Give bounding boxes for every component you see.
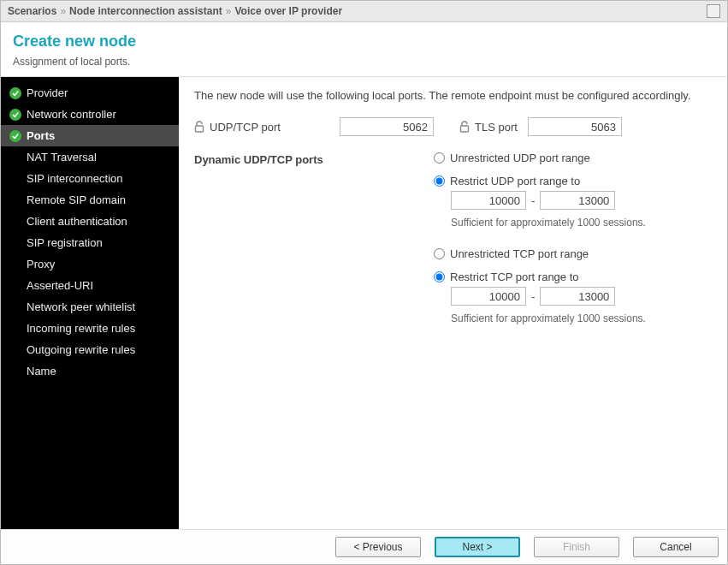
breadcrumb-item: Scenarios — [8, 5, 56, 17]
dynamic-ports-body: Unrestricted UDP port range Restrict UDP… — [434, 152, 712, 343]
udp-restrict-row: Restrict UDP port range to — [434, 175, 712, 187]
udp-unrestricted-label: Unrestricted UDP port range — [450, 152, 590, 164]
sidebar: ProviderNetwork controllerPortsNAT Trave… — [1, 77, 179, 529]
udp-range-row: - — [451, 191, 712, 210]
udp-tcp-port-label: UDP/TCP port — [210, 121, 281, 134]
udp-unrestricted-radio[interactable] — [434, 152, 445, 164]
tcp-restrict-label: Restrict TCP port range to — [450, 271, 579, 283]
main-panel: The new node will use the following loca… — [179, 77, 727, 529]
breadcrumb-item: Voice over IP provider — [234, 5, 342, 17]
breadcrumb-item: Node interconnection assistant — [69, 5, 222, 17]
tls-port-label: TLS port — [475, 121, 518, 134]
previous-button[interactable]: < Previous — [335, 537, 421, 557]
sidebar-step-label: Incoming rewrite rules — [27, 322, 135, 335]
tcp-unrestricted-label: Unrestricted TCP port range — [450, 247, 589, 260]
unlock-icon — [459, 121, 470, 133]
port-row: UDP/TCP port TLS port — [194, 117, 712, 136]
breadcrumb-sep: » — [60, 5, 66, 17]
tcp-unrestricted-row: Unrestricted TCP port range — [434, 247, 712, 260]
udp-restrict-radio[interactable] — [434, 175, 445, 187]
sidebar-step-label: Name — [27, 365, 56, 378]
sidebar-step[interactable]: Ports — [1, 125, 179, 146]
wizard-dialog: Scenarios » Node interconnection assista… — [0, 0, 728, 565]
sidebar-step[interactable]: Client authentication — [1, 211, 179, 232]
page-title: Create new node — [13, 33, 715, 51]
tcp-unrestricted-radio[interactable] — [434, 248, 445, 259]
sidebar-step-label: Network controller — [27, 108, 116, 121]
udp-tcp-port-field: UDP/TCP port — [194, 117, 434, 136]
dynamic-ports-section: Dynamic UDP/TCP ports Unrestricted UDP p… — [194, 152, 712, 343]
dynamic-ports-label: Dynamic UDP/TCP ports — [194, 152, 434, 343]
check-icon — [9, 109, 21, 121]
check-icon — [9, 87, 21, 99]
tcp-range-to-input[interactable] — [540, 287, 615, 306]
sidebar-step-label: Outgoing rewrite rules — [27, 343, 135, 356]
titlebar: Scenarios » Node interconnection assista… — [1, 1, 727, 22]
sidebar-step[interactable]: NAT Traversal — [1, 146, 179, 168]
svg-rect-2 — [196, 126, 204, 132]
sidebar-step[interactable]: Network peer whitelist — [1, 296, 179, 318]
svg-rect-3 — [461, 126, 469, 132]
tcp-range-row: - — [451, 287, 712, 306]
sidebar-step[interactable]: Proxy — [1, 253, 179, 275]
sidebar-step-label: Remote SIP domain — [27, 193, 126, 206]
sidebar-step-label: Network peer whitelist — [27, 300, 135, 313]
sidebar-step-label: Ports — [27, 129, 55, 142]
range-separator: - — [531, 194, 535, 207]
sidebar-step-label: Provider — [27, 86, 68, 99]
intro-text: The new node will use the following loca… — [194, 89, 712, 102]
sidebar-step[interactable]: Incoming rewrite rules — [1, 318, 179, 339]
sidebar-step[interactable]: Provider — [1, 82, 179, 104]
sidebar-step[interactable]: Outgoing rewrite rules — [1, 339, 179, 360]
udp-restrict-label: Restrict UDP port range to — [450, 175, 580, 187]
sidebar-step[interactable]: Remote SIP domain — [1, 189, 179, 211]
udp-tcp-port-input[interactable] — [340, 117, 434, 136]
body: ProviderNetwork controllerPortsNAT Trave… — [1, 77, 727, 529]
range-separator: - — [531, 290, 535, 303]
tls-port-input[interactable] — [528, 117, 622, 136]
sidebar-step-label: NAT Traversal — [27, 151, 97, 164]
finish-button[interactable]: Finish — [534, 537, 619, 557]
sidebar-step-label: Asserted-URI — [27, 279, 93, 292]
next-button[interactable]: Next > — [435, 537, 520, 557]
footer: < Previous Next > Finish Cancel — [1, 529, 727, 564]
cancel-button[interactable]: Cancel — [633, 537, 719, 557]
breadcrumb: Scenarios » Node interconnection assista… — [8, 5, 707, 17]
udp-range-to-input[interactable] — [540, 191, 615, 210]
check-icon — [9, 130, 21, 142]
sidebar-step[interactable]: Network controller — [1, 104, 179, 125]
unlock-icon — [194, 121, 204, 133]
sidebar-step[interactable]: Asserted-URI — [1, 275, 179, 296]
tls-port-field: TLS port — [459, 117, 622, 136]
udp-unrestricted-row: Unrestricted UDP port range — [434, 152, 712, 164]
sidebar-step-label: Proxy — [27, 258, 55, 271]
tcp-restrict-row: Restrict TCP port range to — [434, 271, 712, 283]
sidebar-step[interactable]: SIP interconnection — [1, 168, 179, 189]
sidebar-step[interactable]: SIP registration — [1, 232, 179, 253]
sidebar-step-label: SIP registration — [27, 236, 103, 249]
tcp-range-from-input[interactable] — [451, 287, 526, 306]
sidebar-step-label: Client authentication — [27, 215, 127, 228]
sidebar-step-label: SIP interconnection — [27, 172, 123, 185]
close-button[interactable] — [707, 4, 720, 18]
page-subtitle: Assignment of local ports. — [13, 56, 715, 68]
tcp-restrict-radio[interactable] — [434, 271, 445, 282]
udp-range-from-input[interactable] — [451, 191, 526, 210]
sidebar-step[interactable]: Name — [1, 360, 179, 382]
breadcrumb-sep: » — [226, 5, 232, 17]
header: Create new node Assignment of local port… — [1, 22, 727, 77]
tcp-range-hint: Sufficient for approximately 1000 sessio… — [451, 312, 712, 324]
udp-range-hint: Sufficient for approximately 1000 sessio… — [451, 217, 712, 229]
